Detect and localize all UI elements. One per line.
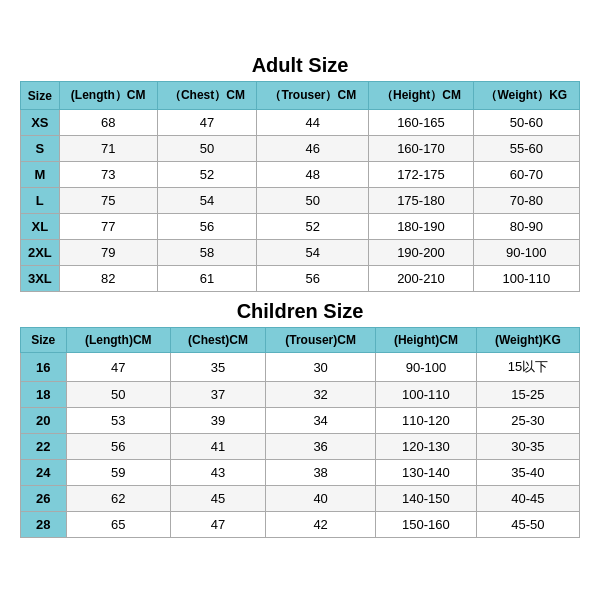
table-cell: 35-40 xyxy=(476,460,579,486)
table-cell: 22 xyxy=(21,434,67,460)
table-row: 20533934110-12025-30 xyxy=(21,408,580,434)
table-cell: 2XL xyxy=(21,240,60,266)
table-cell: 45 xyxy=(170,486,265,512)
table-cell: 150-160 xyxy=(376,512,477,538)
table-row: S715046160-17055-60 xyxy=(21,136,580,162)
table-cell: 42 xyxy=(266,512,376,538)
table-cell: 45-50 xyxy=(476,512,579,538)
table-cell: S xyxy=(21,136,60,162)
children-header-cell: (Chest)CM xyxy=(170,328,265,353)
table-cell: 90-100 xyxy=(376,353,477,382)
table-cell: 65 xyxy=(66,512,170,538)
table-cell: 47 xyxy=(66,353,170,382)
table-cell: 34 xyxy=(266,408,376,434)
table-row: XL775652180-19080-90 xyxy=(21,214,580,240)
table-cell: 140-150 xyxy=(376,486,477,512)
table-row: L755450175-18070-80 xyxy=(21,188,580,214)
table-cell: 68 xyxy=(59,110,157,136)
table-row: 26624540140-15040-45 xyxy=(21,486,580,512)
table-cell: 43 xyxy=(170,460,265,486)
table-row: 1647353090-10015以下 xyxy=(21,353,580,382)
table-cell: 54 xyxy=(157,188,257,214)
table-cell: 61 xyxy=(157,266,257,292)
table-cell: 56 xyxy=(257,266,369,292)
table-cell: 56 xyxy=(66,434,170,460)
adult-header-cell: （Chest）CM xyxy=(157,82,257,110)
table-cell: 80-90 xyxy=(473,214,579,240)
table-cell: 71 xyxy=(59,136,157,162)
table-cell: 160-170 xyxy=(369,136,473,162)
children-header-cell: Size xyxy=(21,328,67,353)
adult-header-cell: Size xyxy=(21,82,60,110)
table-row: 28654742150-16045-50 xyxy=(21,512,580,538)
table-row: 24594338130-14035-40 xyxy=(21,460,580,486)
table-cell: 75 xyxy=(59,188,157,214)
adult-header-cell: （Weight）KG xyxy=(473,82,579,110)
table-cell: 50 xyxy=(157,136,257,162)
table-cell: 58 xyxy=(157,240,257,266)
table-cell: 47 xyxy=(157,110,257,136)
table-row: 18503732100-11015-25 xyxy=(21,382,580,408)
adult-header-cell: (Length）CM xyxy=(59,82,157,110)
adult-title: Adult Size xyxy=(20,54,580,77)
adult-header-row: Size(Length）CM（Chest）CM（Trouser）CM（Heigh… xyxy=(21,82,580,110)
children-table-body: 1647353090-10015以下18503732100-11015-2520… xyxy=(21,353,580,538)
table-cell: 90-100 xyxy=(473,240,579,266)
table-row: XS684744160-16550-60 xyxy=(21,110,580,136)
children-title: Children Size xyxy=(20,300,580,323)
table-cell: 50 xyxy=(257,188,369,214)
table-cell: 172-175 xyxy=(369,162,473,188)
table-cell: 50-60 xyxy=(473,110,579,136)
table-cell: 36 xyxy=(266,434,376,460)
table-cell: 62 xyxy=(66,486,170,512)
table-cell: 16 xyxy=(21,353,67,382)
table-cell: 18 xyxy=(21,382,67,408)
table-row: M735248172-17560-70 xyxy=(21,162,580,188)
table-cell: 24 xyxy=(21,460,67,486)
table-cell: 60-70 xyxy=(473,162,579,188)
table-cell: 190-200 xyxy=(369,240,473,266)
table-cell: 70-80 xyxy=(473,188,579,214)
table-cell: 37 xyxy=(170,382,265,408)
table-cell: 59 xyxy=(66,460,170,486)
table-cell: 54 xyxy=(257,240,369,266)
table-cell: XS xyxy=(21,110,60,136)
table-cell: 160-165 xyxy=(369,110,473,136)
table-cell: 40 xyxy=(266,486,376,512)
table-row: 3XL826156200-210100-110 xyxy=(21,266,580,292)
table-row: 2XL795854190-20090-100 xyxy=(21,240,580,266)
table-cell: 47 xyxy=(170,512,265,538)
table-cell: XL xyxy=(21,214,60,240)
table-cell: 100-110 xyxy=(376,382,477,408)
table-cell: 48 xyxy=(257,162,369,188)
adult-header-cell: （Trouser）CM xyxy=(257,82,369,110)
children-table-head: Size(Length)CM(Chest)CM(Trouser)CM(Heigh… xyxy=(21,328,580,353)
table-cell: 41 xyxy=(170,434,265,460)
table-cell: 15以下 xyxy=(476,353,579,382)
table-cell: 53 xyxy=(66,408,170,434)
size-chart-container: Adult Size Size(Length）CM（Chest）CM（Trous… xyxy=(10,44,590,556)
table-cell: 110-120 xyxy=(376,408,477,434)
table-cell: 120-130 xyxy=(376,434,477,460)
table-cell: 100-110 xyxy=(473,266,579,292)
table-cell: 130-140 xyxy=(376,460,477,486)
table-cell: L xyxy=(21,188,60,214)
table-cell: 77 xyxy=(59,214,157,240)
table-cell: 82 xyxy=(59,266,157,292)
table-cell: 3XL xyxy=(21,266,60,292)
table-cell: 40-45 xyxy=(476,486,579,512)
children-header-cell: (Weight)KG xyxy=(476,328,579,353)
table-cell: 15-25 xyxy=(476,382,579,408)
table-cell: 200-210 xyxy=(369,266,473,292)
table-cell: 52 xyxy=(257,214,369,240)
table-cell: 28 xyxy=(21,512,67,538)
table-cell: 35 xyxy=(170,353,265,382)
children-header-cell: (Height)CM xyxy=(376,328,477,353)
table-cell: 30-35 xyxy=(476,434,579,460)
table-cell: 55-60 xyxy=(473,136,579,162)
table-cell: 39 xyxy=(170,408,265,434)
table-cell: 32 xyxy=(266,382,376,408)
adult-table-body: XS684744160-16550-60S715046160-17055-60M… xyxy=(21,110,580,292)
children-size-table: Size(Length)CM(Chest)CM(Trouser)CM(Heigh… xyxy=(20,327,580,538)
children-header-cell: (Trouser)CM xyxy=(266,328,376,353)
